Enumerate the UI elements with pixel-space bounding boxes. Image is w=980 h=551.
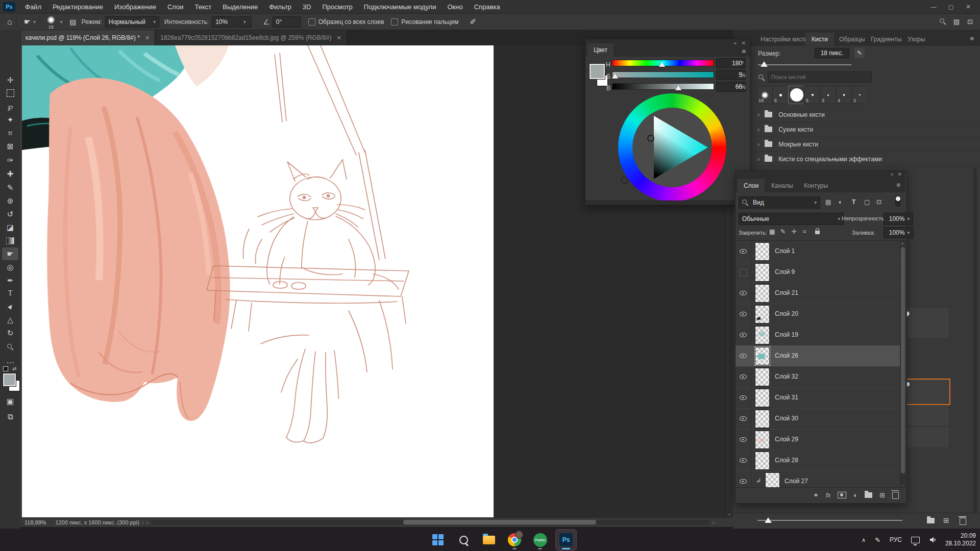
chevron-right-icon[interactable]: › xyxy=(757,155,760,163)
maximize-button[interactable]: ▢ xyxy=(942,0,960,13)
status-chevron-icon[interactable]: › xyxy=(146,519,149,525)
foreground-color-swatch[interactable] xyxy=(590,64,605,79)
hand-tool[interactable]: ↻ xyxy=(2,327,18,339)
hue-wheel[interactable] xyxy=(618,93,726,202)
close-button[interactable]: ✕ xyxy=(960,0,977,13)
scroll-right-icon[interactable]: › xyxy=(713,519,715,525)
brush-panel-toggle-icon[interactable]: ▤ xyxy=(69,18,76,26)
layer-filter-dropdown[interactable]: Вид ▾ xyxy=(739,196,820,209)
path-selection-tool[interactable]: ▶ xyxy=(2,300,18,313)
visibility-eye-icon[interactable] xyxy=(739,290,747,296)
tab-color[interactable]: Цвет xyxy=(587,43,614,57)
layer-name[interactable]: Слой 30 xyxy=(775,415,798,422)
layer-name[interactable]: Слой 1 xyxy=(775,247,795,255)
tab-close-icon[interactable]: ✕ xyxy=(336,35,341,41)
brush-preset[interactable]: 2 xyxy=(851,86,868,104)
gradient-tool[interactable] xyxy=(2,234,18,247)
menu-file[interactable]: Файл xyxy=(19,0,47,13)
brush-tool[interactable]: ✎ xyxy=(2,181,18,194)
file-explorer-button[interactable] xyxy=(479,530,499,550)
triangle-marker[interactable] xyxy=(648,135,654,141)
stylus-icon[interactable]: ✎ xyxy=(875,536,880,544)
crop-tool[interactable]: ⌗ xyxy=(2,127,18,139)
layer-name[interactable]: Слой 20 xyxy=(775,310,798,317)
brush-preset-soft[interactable]: 18 xyxy=(756,86,773,104)
pen-tool[interactable]: ✒ xyxy=(2,274,18,287)
layer-thumbnail[interactable] xyxy=(755,326,770,344)
layer-row[interactable]: Слой 20 xyxy=(736,304,905,325)
scroll-up-icon[interactable]: ∧ xyxy=(901,241,904,246)
layer-row[interactable]: Слой 21 xyxy=(736,283,905,304)
menu-image[interactable]: Изображение xyxy=(109,0,162,13)
quick-selection-tool[interactable]: ✦ xyxy=(2,113,18,126)
layer-name[interactable]: Слой 26 xyxy=(775,352,798,359)
layer-name[interactable]: Слой 28 xyxy=(775,457,798,464)
new-group-icon[interactable] xyxy=(865,492,872,498)
tab-layers[interactable]: Слои xyxy=(738,179,765,192)
tab-close-icon[interactable]: ✕ xyxy=(145,35,150,41)
layer-thumbnail[interactable] xyxy=(765,472,780,488)
layers-scrollbar[interactable]: ∧ ⌄ xyxy=(900,241,905,488)
strength-input[interactable]: 10% xyxy=(212,16,236,28)
layer-thumbnail[interactable] xyxy=(755,242,770,261)
visibility-eye-icon[interactable] xyxy=(739,478,747,484)
scroll-down-icon[interactable]: ⌄ xyxy=(727,511,731,516)
brush-preset-picker[interactable]: 18 xyxy=(44,15,58,29)
swap-colors-icon[interactable]: ⇄ xyxy=(12,366,16,371)
clock[interactable]: 20:09 28.10.2022 xyxy=(945,532,976,547)
clone-stamp-tool[interactable]: ⊛ xyxy=(2,194,18,207)
smoothing-icon[interactable]: ✐ xyxy=(470,17,476,27)
network-icon[interactable] xyxy=(911,537,920,543)
layer-thumbnail[interactable] xyxy=(755,263,770,282)
close-panel-icon[interactable]: ✕ xyxy=(898,171,902,177)
filter-pixel-icon[interactable]: ▤ xyxy=(825,198,831,206)
menu-view[interactable]: Просмотр xyxy=(316,0,358,13)
document-tab-inactive[interactable]: 1826ea779c052815270bb82ad15ee8cb.jpg @ 2… xyxy=(155,30,347,45)
eyedropper-tool[interactable]: ✑ xyxy=(2,154,18,166)
ring-marker[interactable] xyxy=(621,177,628,184)
tray-expand-icon[interactable]: ∧ xyxy=(862,537,866,543)
chevron-right-icon[interactable]: › xyxy=(757,126,760,133)
tool-preset-chevron-icon[interactable]: ▾ xyxy=(33,19,36,24)
collapse-icon[interactable]: « xyxy=(733,40,737,46)
visibility-eye-icon[interactable] xyxy=(739,394,747,400)
filter-smart-icon[interactable]: ⊡ xyxy=(876,198,881,206)
layer-row[interactable]: Слой 31 xyxy=(736,387,905,409)
brush-group-special[interactable]: › Кисти со специальными эффектами xyxy=(753,152,980,167)
blend-mode-dropdown[interactable]: Обычные ▾ xyxy=(739,213,844,225)
dodge-tool[interactable]: ◎ xyxy=(2,261,18,273)
finger-painting-checkbox[interactable] xyxy=(391,18,398,26)
smudge-tool[interactable]: ☛ xyxy=(2,247,18,260)
chevron-right-icon[interactable]: › xyxy=(757,111,760,118)
move-tool[interactable]: ✛ xyxy=(2,73,18,86)
strength-dropdown[interactable]: ▾ xyxy=(237,16,252,28)
layer-name[interactable]: Слой 27 xyxy=(785,478,808,485)
delete-brush-icon[interactable] xyxy=(960,518,966,525)
chevron-right-icon[interactable]: › xyxy=(757,140,760,148)
sample-all-layers-checkbox[interactable] xyxy=(308,18,315,26)
document-tab-active[interactable]: качели.psd @ 119% (Слой 26, RGB/8#) * ✕ xyxy=(20,30,155,45)
brightness-slider-track[interactable] xyxy=(612,83,714,90)
tab-brush-settings[interactable]: Настройки кисти xyxy=(754,33,814,46)
visibility-eye-icon[interactable] xyxy=(739,457,747,463)
new-group-folder-icon[interactable] xyxy=(927,518,935,523)
visibility-eye-icon[interactable] xyxy=(739,332,747,338)
visibility-off-icon[interactable] xyxy=(740,269,747,277)
collapse-icon[interactable]: « xyxy=(890,171,893,177)
menu-filter[interactable]: Фильтр xyxy=(263,0,297,13)
saturation-slider-handle[interactable] xyxy=(612,73,618,79)
chrome-button[interactable] xyxy=(504,530,525,550)
brush-group-dry[interactable]: › Сухие кисти xyxy=(753,122,980,137)
home-icon[interactable]: ⌂ xyxy=(7,17,12,27)
layer-name[interactable]: Слой 32 xyxy=(775,373,798,380)
new-brush-icon[interactable]: ✎ xyxy=(854,48,865,58)
marquee-tool[interactable] xyxy=(2,87,18,99)
panel-menu-icon[interactable]: ≡ xyxy=(970,35,974,42)
layer-name[interactable]: Слой 19 xyxy=(775,331,798,338)
fill-input[interactable]: 100% ▾ xyxy=(884,227,913,238)
layer-thumbnail[interactable] xyxy=(755,305,770,323)
frame-tool[interactable]: ⊠ xyxy=(2,140,18,153)
scroll-left-icon[interactable]: ‹ xyxy=(142,519,144,525)
menu-plugins[interactable]: Подключаемые модули xyxy=(358,0,442,13)
layer-name[interactable]: Слой 29 xyxy=(775,436,798,443)
